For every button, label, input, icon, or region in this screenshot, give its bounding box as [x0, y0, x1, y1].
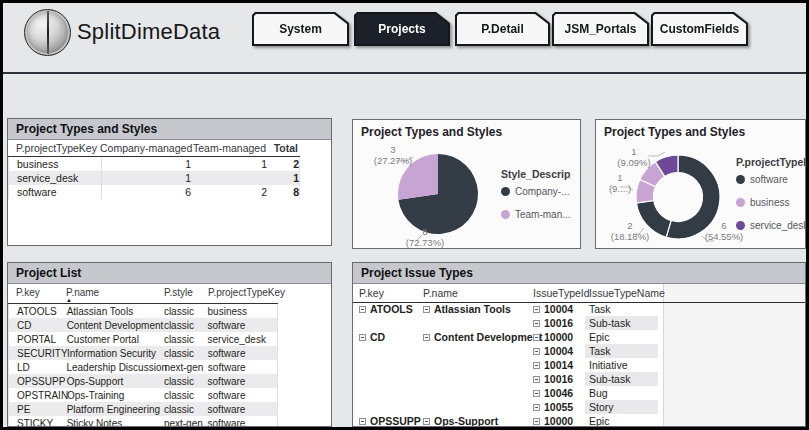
collapse-icon[interactable]	[533, 334, 540, 341]
column-header[interactable]: P.name ▲	[66, 284, 164, 303]
tab-label: Projects	[354, 12, 450, 46]
cell-name	[423, 400, 533, 414]
id-text: 10004	[544, 303, 573, 315]
collapse-icon[interactable]	[533, 320, 540, 327]
cell-company-managed: 6	[101, 185, 191, 199]
cell-name	[423, 316, 533, 330]
legend-dot-icon	[736, 198, 745, 207]
cell-issue-type-id: 10004	[533, 302, 585, 316]
legend-dot-icon	[501, 210, 510, 219]
collapse-icon[interactable]	[359, 306, 366, 313]
collapse-icon[interactable]	[423, 418, 430, 425]
table-row[interactable]: CDContent Developmentclassicsoftware	[8, 318, 278, 332]
legend-item-team-man-[interactable]: Team-man...	[501, 209, 571, 220]
table-row[interactable]: CDContent Development10000Epic	[353, 330, 663, 344]
table-row[interactable]: 10016Sub-task	[353, 372, 663, 386]
collapse-icon[interactable]	[359, 418, 366, 425]
cell-name: Ops-Training	[67, 390, 164, 401]
cell-key: ATOOLS	[353, 302, 423, 316]
cell-issue-type-name: Task	[585, 302, 658, 316]
cell-style: classic	[164, 334, 208, 345]
table-row[interactable]: SECURITYInformation Securityclassicsoftw…	[8, 346, 278, 360]
cell-type-key: service_desk	[17, 172, 101, 184]
cell-issue-type-name: Bug	[585, 386, 658, 400]
column-header[interactable]: Total	[266, 142, 298, 154]
collapse-icon[interactable]	[533, 362, 540, 369]
table-row[interactable]: business112	[8, 157, 300, 171]
collapse-icon[interactable]	[533, 348, 540, 355]
card-project-types-table: Project Types and Styles P.projectTypeKe…	[7, 118, 332, 246]
chart-title: Project Types and Styles	[361, 125, 502, 139]
table-row[interactable]: OPSSUPPOps-Supportclassicsoftware	[8, 374, 278, 388]
cell-key: OPSSUPP	[17, 376, 67, 387]
table-row[interactable]: ATOOLSAtlassian Tools10004Task	[353, 302, 663, 316]
tab-system[interactable]: System	[252, 12, 349, 46]
cell-key	[353, 344, 423, 358]
card-pie-chart: Project Types and Styles 3 (27.27%) 8 (7…	[352, 119, 581, 249]
tab-jsm-portals[interactable]: JSM_Portals	[552, 12, 649, 46]
id-text: 10046	[544, 387, 573, 399]
collapse-icon[interactable]	[533, 404, 540, 411]
cell-type-key: software	[208, 418, 277, 428]
cell-key	[353, 316, 423, 330]
table-header-row: P.key P.name ▲ P.style P.projectTypeKey	[8, 284, 278, 304]
collapse-icon[interactable]	[533, 390, 540, 397]
table-row[interactable]: 10014Initiative	[353, 358, 663, 372]
table-row[interactable]: software628	[8, 185, 300, 199]
id-text: 10016	[544, 373, 573, 385]
table-body: business112service_desk11software628	[8, 157, 331, 199]
column-header[interactable]: P.key	[353, 287, 423, 299]
legend-item-software[interactable]: software	[736, 174, 806, 185]
table-row[interactable]: PORTALCustomer Portalclassicservice_desk	[8, 332, 278, 346]
data-label: 2 (18.18%)	[602, 220, 658, 242]
table-row[interactable]: OPSSUPPOps-Support10000Epic	[353, 414, 663, 427]
column-header[interactable]: P.projectTypeKey	[208, 284, 278, 303]
tab-p-detail[interactable]: P.Detail	[455, 12, 550, 46]
column-header[interactable]: P.style	[164, 284, 208, 303]
table-row[interactable]: STICKYSticky Notesnext-gensoftware	[8, 416, 278, 427]
cell-issue-type-id: 10016	[533, 372, 585, 386]
legend-item-service-desk[interactable]: service_desk	[736, 220, 806, 231]
table-row[interactable]: OPSTRAINOps-Trainingclassicsoftware	[8, 388, 278, 402]
collapse-icon[interactable]	[533, 376, 540, 383]
column-header[interactable]: IssueTypeName	[585, 287, 658, 299]
collapse-icon[interactable]	[423, 334, 430, 341]
header-underline	[353, 302, 806, 303]
cell-key	[353, 358, 423, 372]
cell-issue-type-name: Sub-task	[585, 372, 658, 386]
legend-item-company-[interactable]: Company-...	[501, 186, 571, 197]
tab-customfields[interactable]: CustomFields	[651, 12, 748, 46]
column-header[interactable]: P.name	[423, 287, 533, 299]
card-title: Project Issue Types	[353, 263, 805, 284]
column-header[interactable]: P.key	[16, 284, 66, 303]
collapse-icon[interactable]	[533, 306, 540, 313]
table-row[interactable]: service_desk11	[8, 171, 300, 185]
table-row[interactable]: LDLeadership Discussionnext-gensoftware	[8, 360, 278, 374]
tab-label: JSM_Portals	[552, 12, 649, 46]
table-row[interactable]: 10055Story	[353, 400, 663, 414]
cell-key: OPSTRAIN	[17, 390, 67, 401]
cell-type-key: software	[208, 362, 277, 373]
column-header[interactable]: P.projectTypeKey	[16, 142, 100, 154]
collapse-icon[interactable]	[423, 306, 430, 313]
tab-label: CustomFields	[651, 12, 748, 46]
column-header[interactable]: Team-managed	[190, 142, 266, 154]
data-label: 1 (9.09%)	[608, 146, 660, 168]
table-row[interactable]: ATOOLSAtlassian Toolsclassicbusiness	[8, 304, 278, 318]
tab-projects[interactable]: Projects	[354, 12, 450, 46]
collapse-icon[interactable]	[359, 334, 366, 341]
cell-name: Information Security	[67, 348, 164, 359]
key-text: OPSSUPP	[370, 415, 421, 427]
table-row[interactable]: PEPlatform Engineeringclassicsoftware	[8, 402, 278, 416]
cell-type-key: business	[17, 158, 101, 170]
collapse-icon[interactable]	[533, 418, 540, 425]
column-header[interactable]: Company-managed	[100, 142, 190, 154]
table-row[interactable]: 10004Task	[353, 344, 663, 358]
cell-name	[423, 386, 533, 400]
split-dime-logo-icon	[24, 9, 71, 56]
cell-key: CD	[353, 330, 423, 344]
legend-item-business[interactable]: business	[736, 197, 806, 208]
column-header[interactable]: IssueTypeId	[533, 287, 585, 299]
table-row[interactable]: 10016Sub-task	[353, 316, 663, 330]
table-row[interactable]: 10046Bug	[353, 386, 663, 400]
